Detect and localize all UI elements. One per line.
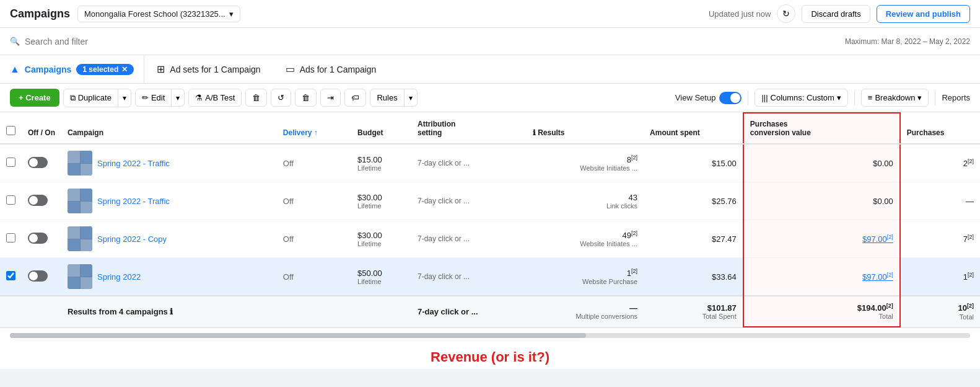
rules-button[interactable]: Rules [370,89,404,107]
ads-panel-icon: ▭ [286,63,295,75]
budget-cell: $15.00 Lifetime [351,144,411,182]
abtest-button[interactable]: ⚗ A/B Test [188,89,242,107]
create-button[interactable]: + Create [10,89,59,107]
row-checkbox-cell [0,220,22,258]
clear-selection-icon[interactable]: ✕ [121,65,128,74]
amount-spent-cell: $33.64 [644,258,743,296]
ads-panel-title: Ads for 1 Campaign [300,64,377,74]
th-campaign[interactable]: Campaign [61,113,277,144]
export-button[interactable]: ⇥ [320,89,341,107]
th-amount-spent[interactable]: Amount spent [644,113,743,144]
rules-group: Rules ▾ [370,89,417,107]
campaigns-panel-title[interactable]: Campaigns [25,64,71,74]
delivery-cell: Off [277,220,351,258]
results-cell: 43 Link clicks [527,182,644,220]
reports-button[interactable]: Reports [942,93,970,102]
row-toggle-cell [22,258,61,296]
breakdown-button[interactable]: ≡ Breakdown ▾ [861,89,929,107]
edit-group: ✏ Edit ▾ [135,89,185,107]
totals-check [0,296,22,327]
separator2 [854,91,855,105]
th-delivery[interactable]: Delivery ↑ [277,113,351,144]
trash-icon: 🗑 [302,93,310,102]
results-cell: 49[2] Website Initiates ... [527,220,644,258]
review-publish-button[interactable]: Review and publish [877,5,970,23]
campaign-name-cell: Spring 2022 [61,258,277,296]
pcv-value[interactable]: $97.00[2] [862,234,893,244]
attribution-cell: 7-day click or ... [411,258,527,296]
breakdown-icon: ≡ [868,93,873,102]
campaign-link[interactable]: Spring 2022 [97,272,141,282]
th-pcv[interactable]: Purchasesconversion value [743,113,900,144]
columns-button[interactable]: ||| Columns: Custom ▾ [755,89,847,107]
totals-results: — Multiple conversions [527,296,644,327]
panel-row: ▲ Campaigns 1 selected ✕ ⊞ Ad sets for 1… [0,55,980,84]
totals-label-cell: Results from 4 campaigns ℹ [61,296,277,327]
th-attribution: Attributionsetting [411,113,527,144]
edit-caret[interactable]: ▾ [172,89,185,107]
campaign-link[interactable]: Spring 2022 - Traffic [97,159,170,168]
th-purchases[interactable]: Purchases [900,113,980,144]
campaigns-panel: ▲ Campaigns 1 selected ✕ [10,55,144,83]
delete-button[interactable]: 🗑 [295,89,317,107]
date-range: Maximum: Mar 8, 2022 – May 2, 2022 [845,37,970,46]
archive-icon: 🗑 [252,93,260,102]
rules-caret[interactable]: ▾ [405,89,418,107]
amount-spent-cell: $27.47 [644,220,743,258]
undo-button[interactable]: ↺ [271,89,291,107]
campaign-thumbnail [68,151,92,176]
edit-button[interactable]: ✏ Edit [135,89,172,107]
adsets-panel[interactable]: ⊞ Ad sets for 1 Campaign [144,63,273,75]
campaign-link[interactable]: Spring 2022 - Traffic [97,197,170,206]
page-title: Campaigns [10,7,70,20]
separator1 [748,91,748,105]
campaign-toggle[interactable] [28,233,48,244]
row-checkbox-cell [0,258,22,296]
account-selector[interactable]: Monongalia Forest School (32321325... ▾ [77,6,240,22]
campaign-name-cell: Spring 2022 - Traffic [61,182,277,220]
tag-button[interactable]: 🏷 [344,89,366,107]
campaign-toggle[interactable] [28,157,48,168]
th-results[interactable]: ℹ Results [527,113,644,144]
scroll-track[interactable] [10,333,970,338]
columns-caret: ▾ [837,93,841,102]
amount-spent-cell: $15.00 [644,144,743,182]
scroll-thumb[interactable] [10,333,586,338]
totals-delivery [277,296,351,327]
row-checkbox[interactable] [6,158,15,167]
selected-badge[interactable]: 1 selected ✕ [76,64,134,75]
campaign-toggle[interactable] [28,195,48,206]
toolbar-right: View Setup ||| Columns: Custom ▾ ≡ Break… [675,89,970,107]
annotation: Revenue (or is it?) [0,343,980,369]
select-all-checkbox[interactable] [6,126,15,135]
totals-budget [351,296,411,327]
refresh-button[interactable]: ↻ [777,4,795,23]
th-checkbox [0,113,22,144]
view-setup-label: View Setup [675,93,716,102]
purchases-cell: 2[2] [900,144,980,182]
delivery-cell: Off [277,182,351,220]
table-row: Spring 2022 - Copy Off $30.00 Lifetime 7… [0,220,980,258]
info-icon: ℹ [170,307,173,316]
discard-drafts-button[interactable]: Discard drafts [802,5,870,23]
campaign-link[interactable]: Spring 2022 - Copy [97,234,167,244]
duplicate-caret[interactable]: ▾ [118,89,131,107]
search-input[interactable] [25,37,149,47]
totals-toggle [22,296,61,327]
ads-panel[interactable]: ▭ Ads for 1 Campaign [273,63,389,75]
tag-icon: 🏷 [351,93,359,102]
row-checkbox[interactable] [6,271,15,280]
row-checkbox[interactable] [6,195,15,205]
separator3 [935,91,935,105]
table-row: Spring 2022 - Traffic Off $30.00 Lifetim… [0,182,980,220]
campaigns-table: Off / On Campaign Delivery ↑ Budget Attr… [0,112,980,327]
view-setup-toggle[interactable] [719,92,742,104]
duplicate-button[interactable]: ⧉ Duplicate [63,89,118,107]
account-name: Monongalia Forest School (32321325... [84,9,225,19]
campaign-toggle[interactable] [28,270,48,282]
campaign-name-cell: Spring 2022 - Copy [61,220,277,258]
row-toggle-cell [22,182,61,220]
archive-button[interactable]: 🗑 [245,89,267,107]
row-checkbox[interactable] [6,233,15,242]
pcv-value[interactable]: $97.00[2] [862,272,893,282]
